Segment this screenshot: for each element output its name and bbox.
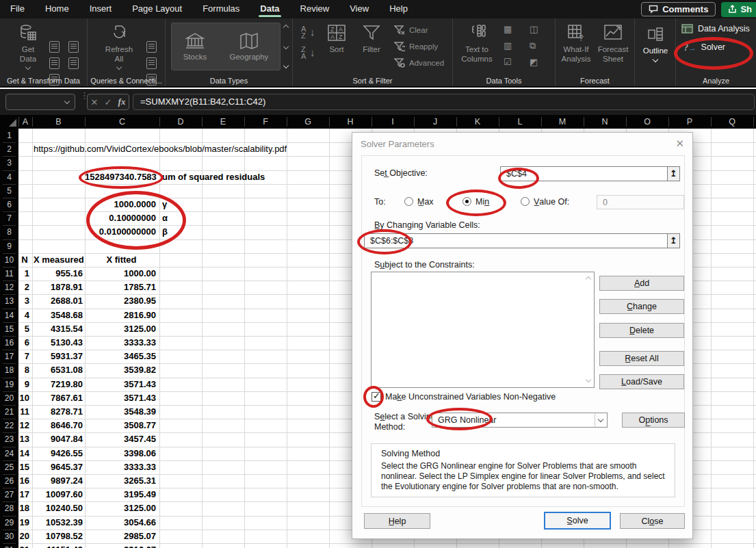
data-analysis-button[interactable]: Data Analysis: [681, 24, 750, 34]
formula-input[interactable]: =SUMXMY2(B11:B42,C11:C42): [133, 94, 755, 110]
cell-x-measured[interactable]: 1878.91: [32, 280, 83, 294]
cell-x-measured[interactable]: 3548.68: [32, 309, 83, 322]
cell-n[interactable]: 21: [18, 543, 29, 548]
row-header-21[interactable]: 21: [0, 405, 18, 419]
cell-x-measured[interactable]: 4315.54: [32, 322, 83, 336]
solver-button[interactable]: ?→ Solver: [683, 42, 725, 53]
collapse-dialog-icon[interactable]: ↥: [668, 166, 680, 181]
cell-n[interactable]: 6: [18, 336, 29, 350]
cell-x-measured[interactable]: 7219.80: [32, 378, 83, 391]
cell-n[interactable]: 4: [18, 309, 29, 322]
cell-x-measured[interactable]: 5130.43: [32, 336, 83, 350]
cell-n[interactable]: 3: [18, 294, 29, 308]
row-header-20[interactable]: 20: [0, 391, 18, 405]
what-if-analysis-button[interactable]: ? What-If Analysis: [558, 23, 594, 64]
cell-header-n[interactable]: N: [18, 253, 31, 267]
cell-x-measured[interactable]: 9426.55: [32, 447, 83, 460]
column-header-J[interactable]: J: [414, 115, 456, 129]
add-button[interactable]: A̲dd: [599, 276, 684, 291]
column-header-D[interactable]: D: [159, 115, 202, 129]
text-to-columns-button[interactable]: Text to Columns: [457, 23, 497, 64]
from-text-icon[interactable]: [49, 41, 60, 53]
row-header-2[interactable]: 2: [0, 142, 18, 156]
row-header-10[interactable]: 10: [0, 253, 18, 267]
advanced-filter-button[interactable]: Advanced: [394, 58, 444, 68]
row-header-29[interactable]: 29: [0, 516, 18, 530]
row-header-19[interactable]: 19: [0, 378, 18, 391]
row-header-14[interactable]: 14: [0, 309, 18, 322]
row-header-28[interactable]: 28: [0, 501, 18, 515]
cell-x-fitted[interactable]: 3125.00: [85, 501, 156, 515]
reset-all-button[interactable]: R̲eset All: [599, 351, 684, 366]
cell-x-measured[interactable]: 10798.52: [32, 530, 83, 543]
cell-x-fitted[interactable]: 3539.82: [85, 363, 156, 377]
options-button[interactable]: Op̲tions: [622, 413, 685, 428]
sort-za-icon[interactable]: ZA: [301, 46, 306, 60]
cell-param-symbol[interactable]: β: [162, 225, 168, 239]
menu-tab-formulas[interactable]: Formulas: [192, 0, 250, 18]
comments-button[interactable]: Comments: [641, 2, 716, 16]
column-header-H[interactable]: H: [329, 115, 372, 129]
cell-x-measured[interactable]: 10097.60: [32, 488, 83, 501]
insert-function-icon[interactable]: fx: [118, 96, 126, 107]
outline-button[interactable]: Outline: [638, 24, 673, 62]
cell-n[interactable]: 10: [18, 391, 29, 405]
cell-x-fitted[interactable]: 3333.33: [85, 336, 156, 350]
cell-n[interactable]: 7: [18, 350, 29, 363]
cell-n[interactable]: 9: [18, 378, 29, 391]
row-header-17[interactable]: 17: [0, 350, 18, 363]
cell-x-fitted[interactable]: 1785.71: [85, 280, 156, 294]
cell-x-measured[interactable]: 9645.37: [32, 460, 83, 474]
data-validation-icon[interactable]: ☑: [504, 57, 512, 68]
row-header-16[interactable]: 16: [0, 336, 18, 350]
cell-x-fitted[interactable]: 3333.33: [85, 460, 156, 474]
gallery-more-icon[interactable]: [283, 63, 289, 68]
scroll-up-icon[interactable]: [283, 25, 289, 30]
row-header-5[interactable]: 5: [0, 184, 18, 198]
row-header-18[interactable]: 18: [0, 363, 18, 377]
row-header-13[interactable]: 13: [0, 294, 18, 308]
scroll-down-icon[interactable]: [586, 378, 592, 383]
value-of-input[interactable]: 0: [597, 195, 684, 209]
gallery-scroll[interactable]: [281, 23, 291, 70]
cell-n[interactable]: 19: [18, 516, 29, 530]
sort-button[interactable]: ZAAZ Sort: [322, 23, 352, 54]
cell-x-measured[interactable]: 10240.50: [32, 501, 83, 515]
row-header-22[interactable]: 22: [0, 419, 18, 432]
cell-header-x-fitted[interactable]: X fitted: [85, 253, 158, 267]
row-header-6[interactable]: 6: [0, 198, 18, 211]
from-web-icon[interactable]: [49, 57, 60, 69]
cell-x-fitted[interactable]: 3508.77: [85, 419, 156, 432]
cell-param-symbol[interactable]: α: [162, 211, 168, 225]
cell-n[interactable]: 18: [18, 501, 29, 515]
row-header-7[interactable]: 7: [0, 211, 18, 225]
refresh-all-button[interactable]: Refresh All: [101, 23, 137, 69]
data-model-icon[interactable]: ◩: [530, 57, 538, 68]
cell-x-measured[interactable]: 10532.39: [32, 516, 83, 530]
cell-x-fitted[interactable]: 2985.07: [85, 530, 156, 543]
cell-n[interactable]: 13: [18, 432, 29, 446]
column-header-C[interactable]: C: [85, 115, 159, 129]
column-header-P[interactable]: P: [668, 115, 711, 129]
cell-x-fitted[interactable]: 3125.00: [85, 322, 156, 336]
get-data-button[interactable]: Get Data: [12, 23, 44, 69]
cell-x-measured[interactable]: 8278.71: [32, 405, 83, 419]
cell-x-measured[interactable]: 5931.37: [32, 350, 83, 363]
cell-param-value[interactable]: 1000.0000: [85, 198, 156, 211]
column-header-I[interactable]: I: [372, 115, 414, 129]
cell-n[interactable]: 14: [18, 447, 29, 460]
collapse-dialog-icon[interactable]: ↥: [668, 233, 680, 248]
cell-x-measured[interactable]: 955.16: [32, 267, 83, 280]
cell-x-fitted[interactable]: 3465.35: [85, 350, 156, 363]
cell-param-value[interactable]: 0.10000000: [85, 211, 156, 225]
menu-tab-help[interactable]: Help: [379, 0, 418, 18]
stocks-button[interactable]: Stocks: [183, 32, 207, 61]
row-header-9[interactable]: 9: [0, 239, 18, 253]
non-negative-checkbox[interactable]: [372, 392, 381, 402]
scroll-up-icon[interactable]: [586, 275, 592, 280]
sort-az-icon[interactable]: AZ: [301, 25, 306, 39]
cell-x-fitted[interactable]: 3457.45: [85, 432, 156, 446]
enter-icon[interactable]: ✓: [105, 97, 112, 107]
cancel-icon[interactable]: ✕: [91, 97, 99, 107]
help-button[interactable]: H̲elp: [364, 513, 430, 529]
